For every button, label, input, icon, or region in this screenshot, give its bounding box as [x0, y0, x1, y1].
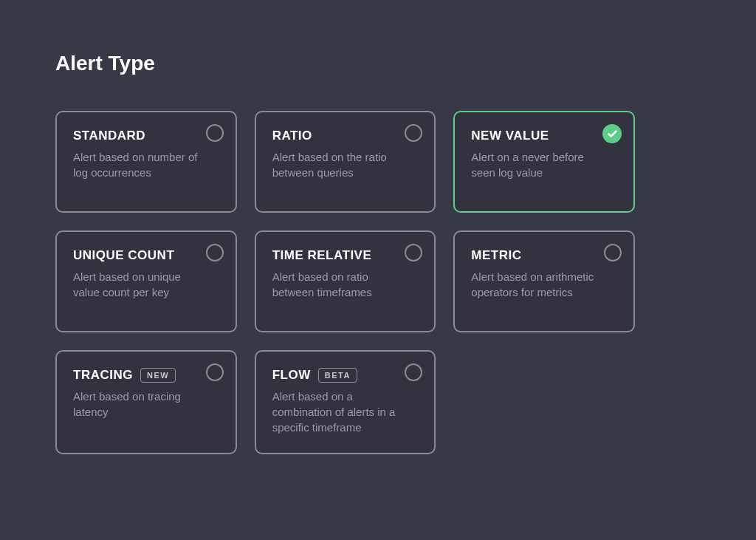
alert-option-desc: Alert based on tracing latency: [73, 389, 219, 420]
alert-option-desc: Alert based on arithmetic operators for …: [471, 269, 617, 300]
alert-option-desc: Alert based on ratio between timeframes: [272, 269, 419, 300]
radio-unselected-icon: [405, 363, 422, 381]
alert-option-new-value[interactable]: NEW VALUE Alert on a never before seen l…: [453, 111, 635, 213]
radio-unselected-icon: [206, 363, 224, 381]
alert-option-time-relative[interactable]: TIME RELATIVE Alert based on ratio betwe…: [255, 230, 436, 332]
radio-unselected-icon: [604, 244, 622, 262]
alert-option-title: TIME RELATIVE: [272, 248, 419, 263]
alert-option-metric[interactable]: METRIC Alert based on arithmetic operato…: [453, 230, 635, 332]
alert-option-desc: Alert based on number of log occurrences: [73, 149, 219, 180]
radio-unselected-icon: [405, 124, 422, 142]
section-title: Alert Type: [55, 52, 701, 75]
badge-new: NEW: [140, 368, 176, 383]
radio-unselected-icon: [405, 244, 422, 262]
alert-option-flow[interactable]: FLOW BETA Alert based on a combination o…: [255, 350, 436, 454]
alert-option-ratio[interactable]: RATIO Alert based on the ratio between q…: [255, 111, 436, 213]
alert-option-desc: Alert based on a combination of alerts i…: [272, 389, 419, 435]
alert-option-standard[interactable]: STANDARD Alert based on number of log oc…: [55, 111, 237, 213]
alert-option-title: METRIC: [471, 248, 617, 263]
alert-option-title: NEW VALUE: [471, 129, 617, 143]
radio-selected-check-icon: [602, 124, 622, 143]
alert-option-title: TRACING: [73, 368, 133, 383]
alert-option-title: STANDARD: [73, 129, 219, 143]
radio-unselected-icon: [206, 124, 224, 142]
alert-option-title: FLOW: [272, 368, 311, 383]
alert-option-title: UNIQUE COUNT: [73, 248, 219, 263]
alert-option-desc: Alert based on unique value count per ke…: [73, 269, 219, 300]
radio-unselected-icon: [206, 244, 224, 262]
alert-option-title: RATIO: [272, 129, 419, 143]
alert-option-unique-count[interactable]: UNIQUE COUNT Alert based on unique value…: [55, 230, 237, 332]
alert-option-desc: Alert based on the ratio between queries: [272, 149, 419, 180]
badge-beta: BETA: [318, 368, 357, 383]
alert-option-desc: Alert on a never before seen log value: [471, 149, 617, 180]
alert-option-tracing[interactable]: TRACING NEW Alert based on tracing laten…: [55, 350, 237, 454]
alert-type-grid: STANDARD Alert based on number of log oc…: [55, 111, 635, 454]
alert-type-panel: Alert Type STANDARD Alert based on numbe…: [0, 0, 756, 506]
